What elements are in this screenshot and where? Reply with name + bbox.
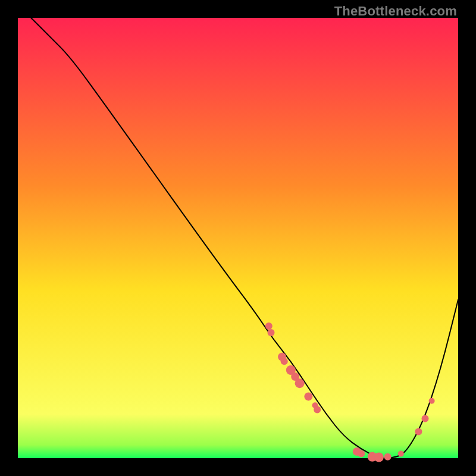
data-point bbox=[429, 398, 435, 404]
data-point bbox=[268, 329, 275, 336]
data-point bbox=[374, 453, 384, 462]
data-point bbox=[295, 378, 305, 388]
curve-layer bbox=[18, 18, 458, 458]
data-point bbox=[358, 450, 365, 458]
data-point bbox=[304, 392, 312, 400]
plot-area bbox=[18, 18, 458, 458]
data-point bbox=[384, 453, 392, 461]
bottleneck-curve bbox=[31, 18, 458, 458]
data-point bbox=[422, 415, 429, 422]
watermark-text: TheBottleneck.com bbox=[334, 4, 457, 19]
data-point bbox=[314, 406, 321, 414]
chart-container: TheBottleneck.com bbox=[0, 0, 476, 476]
data-point bbox=[281, 358, 288, 365]
data-point bbox=[265, 322, 273, 330]
data-point bbox=[415, 428, 422, 436]
data-point bbox=[398, 451, 404, 457]
